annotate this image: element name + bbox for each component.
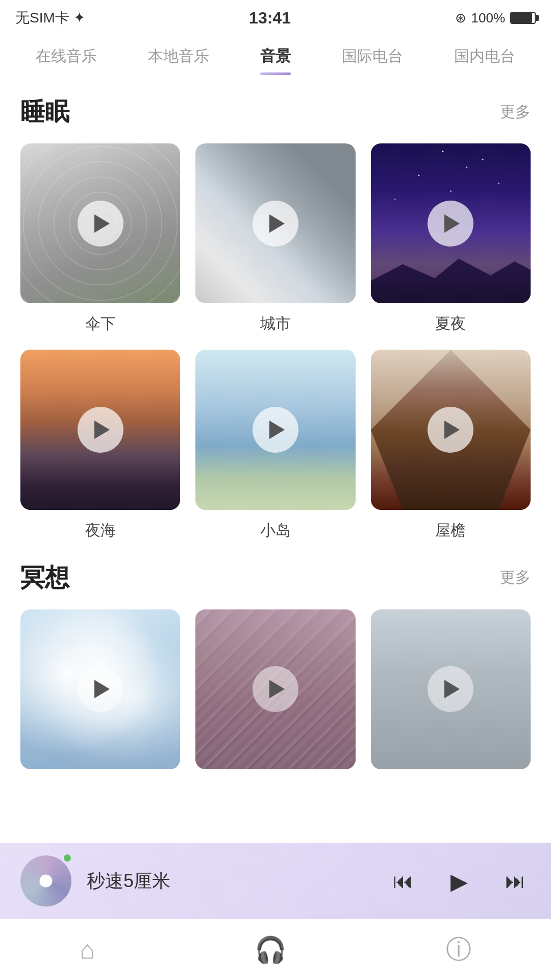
player-title: 秒速5厘米 bbox=[87, 870, 170, 891]
play-icon bbox=[269, 680, 285, 698]
list-item: 城市 bbox=[195, 143, 355, 334]
sleep-night-sea-image[interactable] bbox=[20, 350, 180, 509]
play-overlay[interactable] bbox=[253, 201, 298, 247]
play-overlay[interactable] bbox=[428, 666, 473, 712]
nav-music[interactable] bbox=[255, 935, 286, 965]
status-bar: 无SIM卡 ✦ 13:41 ⊛ 100% bbox=[0, 0, 551, 36]
status-time: 13:41 bbox=[249, 9, 291, 28]
tab-intl-radio[interactable]: 国际电台 bbox=[342, 46, 403, 75]
album-online-indicator bbox=[62, 853, 72, 863]
next-button[interactable] bbox=[500, 866, 531, 896]
sleep-umbrella-label: 伞下 bbox=[85, 313, 116, 334]
bottom-nav bbox=[0, 919, 551, 980]
list-item bbox=[371, 609, 531, 769]
play-overlay[interactable] bbox=[253, 407, 298, 453]
play-overlay[interactable] bbox=[78, 666, 123, 712]
play-overlay[interactable] bbox=[428, 201, 473, 247]
play-pause-button[interactable] bbox=[444, 866, 474, 896]
play-icon bbox=[269, 421, 285, 439]
sleep-section-header: 睡眠 更多 bbox=[20, 95, 531, 128]
meditation-section-header: 冥想 更多 bbox=[20, 561, 531, 594]
nav-home[interactable] bbox=[80, 935, 95, 965]
meditation-clouds-image[interactable] bbox=[20, 609, 180, 769]
sleep-title: 睡眠 bbox=[20, 95, 69, 128]
home-icon bbox=[80, 935, 95, 965]
status-right: ⊛ 100% bbox=[455, 10, 536, 26]
tab-soundscape[interactable]: 音景 bbox=[260, 46, 291, 75]
meditation-title: 冥想 bbox=[20, 561, 69, 594]
sleep-summer-night-label: 夏夜 bbox=[435, 313, 466, 334]
sleep-summer-night-image[interactable] bbox=[371, 143, 531, 303]
tab-online-music[interactable]: 在线音乐 bbox=[36, 46, 97, 75]
sleep-island-label: 小岛 bbox=[260, 520, 291, 541]
info-icon bbox=[446, 933, 471, 967]
player-album-art[interactable] bbox=[20, 855, 71, 906]
list-item: 小岛 bbox=[195, 350, 355, 541]
play-icon bbox=[94, 680, 110, 698]
play-icon bbox=[444, 680, 460, 698]
sleep-grid: 伞下 城市 夏夜 bbox=[20, 143, 531, 541]
sleep-city-image[interactable] bbox=[195, 143, 355, 303]
music-icon bbox=[255, 935, 286, 965]
prev-button[interactable] bbox=[388, 866, 418, 896]
list-item bbox=[20, 609, 180, 769]
meditation-more-button[interactable]: 更多 bbox=[500, 567, 531, 588]
sleep-city-label: 城市 bbox=[260, 313, 291, 334]
play-icon bbox=[94, 421, 110, 439]
tab-cn-radio[interactable]: 国内电台 bbox=[454, 46, 515, 75]
tab-local-music[interactable]: 本地音乐 bbox=[148, 46, 209, 75]
nav-info[interactable] bbox=[446, 933, 471, 967]
status-signal: 无SIM卡 ✦ bbox=[15, 8, 85, 28]
list-item: 夏夜 bbox=[371, 143, 531, 334]
sleep-night-sea-label: 夜海 bbox=[85, 520, 116, 541]
main-content: 睡眠 更多 伞下 城市 bbox=[0, 75, 551, 769]
player-controls bbox=[388, 866, 531, 896]
sleep-more-button[interactable]: 更多 bbox=[500, 102, 531, 122]
mini-player: 秒速5厘米 bbox=[0, 843, 551, 919]
bluetooth-icon: ⊛ bbox=[455, 10, 466, 26]
sleep-eaves-image[interactable] bbox=[371, 350, 531, 509]
list-item: 夜海 bbox=[20, 350, 180, 541]
sleep-eaves-label: 屋檐 bbox=[435, 520, 466, 541]
list-item bbox=[195, 609, 355, 769]
play-icon bbox=[444, 214, 460, 233]
list-item: 伞下 bbox=[20, 143, 180, 334]
tab-bar: 在线音乐 本地音乐 音景 国际电台 国内电台 bbox=[0, 36, 551, 75]
sleep-island-image[interactable] bbox=[195, 350, 355, 509]
list-item: 屋檐 bbox=[371, 350, 531, 541]
play-overlay[interactable] bbox=[78, 201, 123, 247]
night-mountain bbox=[371, 248, 531, 304]
battery-percent: 100% bbox=[471, 10, 506, 26]
play-overlay[interactable] bbox=[78, 407, 123, 453]
sleep-umbrella-image[interactable] bbox=[20, 143, 180, 303]
player-info: 秒速5厘米 bbox=[87, 869, 372, 894]
battery-icon bbox=[510, 12, 536, 24]
play-icon bbox=[269, 214, 285, 233]
play-overlay[interactable] bbox=[428, 407, 473, 453]
meditation-feather-image[interactable] bbox=[371, 609, 531, 769]
play-icon bbox=[94, 214, 110, 233]
play-overlay[interactable] bbox=[253, 666, 298, 712]
meditation-marble-image[interactable] bbox=[195, 609, 355, 769]
meditation-grid bbox=[20, 609, 531, 769]
play-icon bbox=[444, 421, 460, 439]
